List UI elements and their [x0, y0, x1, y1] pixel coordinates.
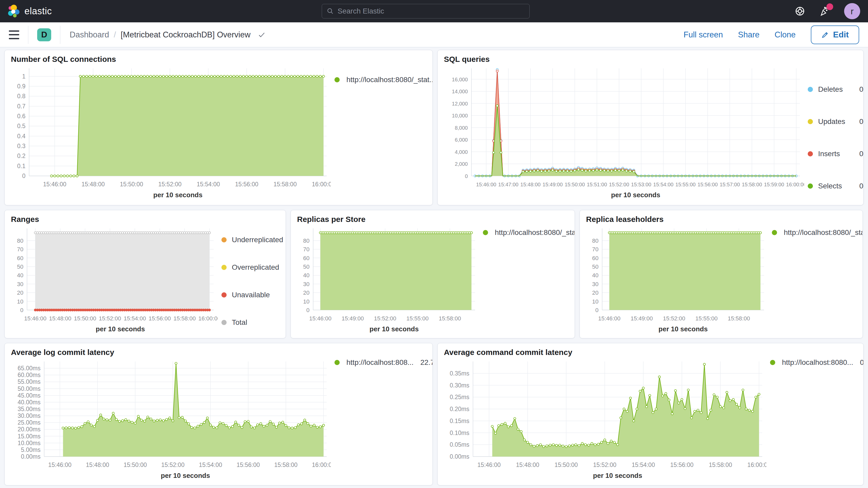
legend-item[interactable]: http://localhost:8080/_sta...89	[483, 228, 575, 237]
svg-text:0.8: 0.8	[17, 93, 26, 99]
svg-text:15:46:00: 15:46:00	[598, 315, 621, 322]
chart-number-of-sql-connections[interactable]: 00.10.20.30.40.50.60.70.80.9115:46:0015:…	[10, 64, 331, 200]
svg-text:0.10ms: 0.10ms	[450, 430, 469, 436]
svg-text:16:00:00: 16:00:00	[198, 315, 218, 322]
panel-replicas-per-store: Replicas per Store 0102030405060708015:4…	[290, 210, 575, 338]
legend-series-dot	[335, 77, 340, 82]
chart-legend: Underreplicated0Overreplicated0Unavailab…	[221, 228, 286, 334]
legend-series-dot	[808, 87, 813, 92]
svg-text:15:58:00: 15:58:00	[273, 181, 297, 188]
svg-text:per 10 seconds: per 10 seconds	[153, 191, 203, 199]
svg-text:2,000: 2,000	[455, 161, 468, 167]
svg-text:15:52:00: 15:52:00	[158, 181, 182, 188]
svg-text:15:58:00: 15:58:00	[173, 315, 196, 322]
svg-text:per 10 seconds: per 10 seconds	[658, 325, 708, 333]
dashboard-app-badge[interactable]: D	[37, 28, 51, 41]
svg-text:0: 0	[22, 173, 26, 179]
menu-button[interactable]	[9, 30, 19, 39]
svg-text:10,000: 10,000	[452, 113, 468, 119]
legend-item[interactable]: http://localhost:808...22.74ms	[335, 358, 433, 367]
svg-text:60.00ms: 60.00ms	[18, 372, 40, 378]
svg-text:0.7: 0.7	[17, 103, 26, 110]
svg-text:60: 60	[17, 255, 23, 262]
breadcrumb-dashboard-link[interactable]: Dashboard	[70, 30, 109, 39]
svg-text:15:52:00: 15:52:00	[161, 461, 185, 468]
legend-series-dot	[335, 360, 340, 365]
user-avatar[interactable]: r	[844, 3, 860, 19]
dashboard-grid: Number of SQL connections 00.10.20.30.40…	[0, 47, 868, 485]
svg-text:15:49:00: 15:49:00	[542, 182, 563, 187]
svg-text:20: 20	[592, 289, 598, 296]
svg-text:15:49:00: 15:49:00	[630, 315, 653, 322]
svg-text:0.05ms: 0.05ms	[450, 441, 469, 448]
svg-text:16:00:00: 16:00:00	[747, 461, 766, 468]
svg-text:50: 50	[303, 264, 310, 270]
page-title: [Metricbeat CockroachDB] Overview	[121, 30, 250, 39]
elastic-logo[interactable]: elastic	[8, 5, 52, 18]
svg-text:15:54:00: 15:54:00	[632, 461, 655, 468]
chart-average-command-commit-latency[interactable]: 0.00ms0.05ms0.10ms0.15ms0.20ms0.25ms0.30…	[443, 357, 766, 481]
svg-text:15:55:00: 15:55:00	[675, 182, 696, 187]
global-search[interactable]	[322, 4, 530, 19]
svg-text:4,000: 4,000	[455, 149, 468, 155]
legend-series-value: 22.74ms	[420, 358, 433, 367]
chart-sql-queries[interactable]: 02,0004,0006,0008,00010,00012,00014,0001…	[443, 64, 804, 200]
svg-text:15:52:00: 15:52:00	[374, 315, 396, 322]
svg-text:15:47:00: 15:47:00	[498, 182, 519, 187]
brand-name: elastic	[24, 6, 52, 17]
svg-text:16,000: 16,000	[452, 77, 468, 82]
legend-item[interactable]: http://localhost:8080/_sta...89	[772, 228, 863, 237]
svg-text:15:50:00: 15:50:00	[565, 182, 585, 187]
legend-series-label: Selects	[818, 182, 854, 190]
title-check-icon[interactable]	[258, 31, 266, 39]
divider	[60, 26, 60, 44]
chart-replicas-per-store[interactable]: 0102030405060708015:46:0015:49:0015:52:0…	[296, 224, 479, 334]
svg-text:0.00ms: 0.00ms	[450, 453, 469, 460]
svg-text:15:46:00: 15:46:00	[24, 315, 46, 322]
svg-text:50.00ms: 50.00ms	[18, 385, 40, 392]
svg-text:15:46:00: 15:46:00	[43, 181, 66, 188]
svg-text:80: 80	[592, 238, 598, 244]
svg-text:15:48:00: 15:48:00	[49, 315, 71, 322]
svg-text:0.35ms: 0.35ms	[450, 370, 469, 377]
svg-text:0: 0	[595, 307, 598, 313]
legend-series-value: 0	[859, 118, 863, 126]
news-party-popper-icon[interactable]	[819, 5, 831, 17]
legend-series-label: http://localhost:8080/_sta...	[495, 228, 575, 237]
search-input[interactable]	[338, 7, 525, 15]
svg-text:0.20ms: 0.20ms	[450, 406, 469, 413]
chart-average-log-commit-latency[interactable]: 0.00ms5.00ms10.00ms15.00ms20.00ms25.00ms…	[10, 357, 331, 481]
svg-text:15:58:00: 15:58:00	[742, 182, 762, 187]
share-button[interactable]: Share	[738, 30, 760, 39]
edit-button[interactable]: Edit	[811, 26, 859, 44]
dashboard-header-bar: D Dashboard / [Metricbeat CockroachDB] O…	[0, 22, 868, 47]
svg-text:0.15ms: 0.15ms	[450, 418, 469, 424]
clone-button[interactable]: Clone	[775, 30, 796, 39]
svg-text:15:48:00: 15:48:00	[520, 182, 540, 187]
svg-text:15:59:00: 15:59:00	[764, 182, 784, 187]
svg-text:60: 60	[303, 255, 310, 262]
svg-text:70: 70	[17, 246, 23, 252]
chart-legend: http://localhost:8080/_stat...1	[335, 75, 433, 200]
svg-text:15:57:00: 15:57:00	[720, 182, 740, 187]
svg-text:60: 60	[592, 255, 598, 262]
svg-text:15:48:00: 15:48:00	[81, 181, 105, 188]
legend-item[interactable]: http://localhost:8080/_stat...1	[335, 75, 433, 84]
help-life-ring-icon[interactable]	[794, 5, 806, 17]
chart-ranges[interactable]: 0102030405060708015:46:0015:48:0015:50:0…	[10, 224, 218, 334]
legend-series-dot	[221, 320, 227, 325]
svg-text:10.00ms: 10.00ms	[18, 440, 40, 447]
svg-text:40.00ms: 40.00ms	[18, 399, 40, 406]
full-screen-button[interactable]: Full screen	[683, 30, 723, 39]
svg-text:15:56:00: 15:56:00	[237, 461, 260, 468]
svg-text:0.5: 0.5	[17, 123, 26, 129]
svg-text:15:48:00: 15:48:00	[86, 461, 110, 468]
legend-series-label: http://localhost:8080...	[782, 358, 853, 367]
chart-replica-leaseholders[interactable]: 0102030405060708015:46:0015:49:0015:52:0…	[585, 224, 768, 334]
svg-text:15:48:00: 15:48:00	[516, 461, 539, 468]
legend-item[interactable]: http://localhost:8080...0.26ms	[770, 358, 864, 367]
panel-number-of-sql-connections: Number of SQL connections 00.10.20.30.40…	[4, 50, 433, 205]
legend-series-dot	[772, 230, 777, 235]
svg-text:15:52:00: 15:52:00	[609, 182, 629, 187]
chart-legend: http://localhost:8080...0.26ms	[770, 358, 864, 481]
